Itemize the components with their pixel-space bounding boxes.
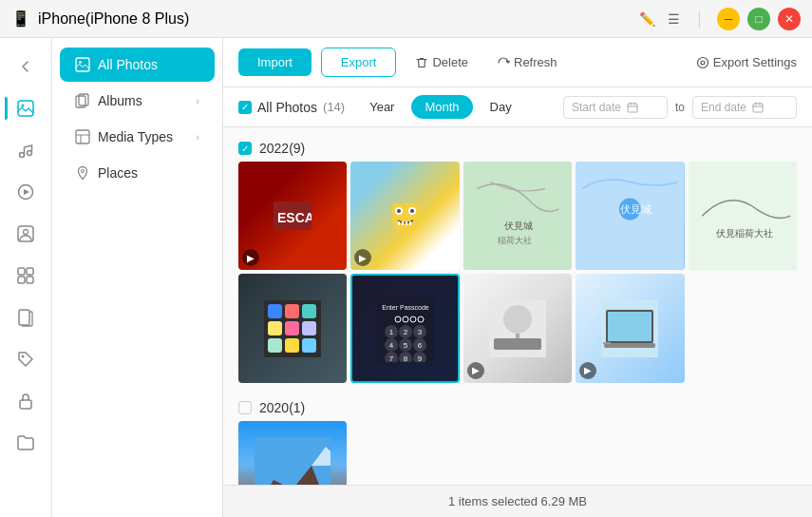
svg-rect-43 bbox=[689, 162, 797, 270]
svg-text:ESCA: ESCA bbox=[277, 210, 312, 225]
tab-year[interactable]: Year bbox=[356, 95, 407, 119]
svg-point-31 bbox=[397, 209, 401, 213]
svg-point-80 bbox=[503, 305, 532, 334]
nav-books[interactable] bbox=[7, 298, 45, 336]
svg-text:伏見稲荷大社: 伏見稲荷大社 bbox=[715, 228, 772, 239]
svg-point-1 bbox=[22, 105, 25, 107]
date-separator: to bbox=[675, 101, 685, 114]
import-button[interactable]: Import bbox=[238, 48, 312, 76]
svg-rect-15 bbox=[76, 58, 89, 71]
end-date-input[interactable]: End date bbox=[692, 96, 797, 119]
menu-icon[interactable]: ☰ bbox=[664, 10, 683, 29]
delete-label: Delete bbox=[432, 55, 468, 69]
nav-tags[interactable] bbox=[7, 340, 45, 378]
start-date-input[interactable]: Start date bbox=[563, 96, 668, 119]
year-header-2022[interactable]: ✓ 2022(9) bbox=[238, 135, 797, 162]
delete-button[interactable]: Delete bbox=[406, 49, 478, 75]
photo-screen[interactable]: ▶ bbox=[576, 274, 684, 382]
photo-map2[interactable]: 伏見城 bbox=[576, 162, 684, 270]
start-date-placeholder: Start date bbox=[572, 101, 621, 114]
export-settings-label: Export Settings bbox=[713, 55, 797, 69]
svg-rect-24 bbox=[753, 104, 763, 112]
svg-text:伏見城: 伏見城 bbox=[504, 220, 533, 231]
maximize-button[interactable]: □ bbox=[747, 8, 770, 30]
svg-point-16 bbox=[79, 61, 81, 63]
sidebar-item-places[interactable]: Places bbox=[60, 156, 215, 190]
svg-rect-86 bbox=[604, 343, 655, 348]
svg-rect-85 bbox=[608, 312, 651, 341]
photo-map3[interactable]: 伏見稲荷大社 bbox=[689, 162, 797, 270]
phone-icon: 📱 bbox=[11, 10, 30, 28]
all-photos-text: All Photos bbox=[257, 100, 317, 115]
filter-all-photos: ✓ All Photos (14) bbox=[238, 100, 345, 115]
sidebar-item-media-types[interactable]: Media Types › bbox=[60, 120, 215, 154]
svg-rect-47 bbox=[285, 304, 299, 318]
close-button[interactable]: ✕ bbox=[778, 8, 801, 30]
photo-map1-content: 伏見城稲荷大社 bbox=[463, 162, 572, 270]
photo-map1[interactable]: 伏見城稲荷大社 bbox=[463, 162, 572, 270]
nav-video[interactable] bbox=[7, 173, 45, 211]
export-button[interactable]: Export bbox=[321, 48, 397, 77]
svg-point-22 bbox=[701, 61, 705, 65]
sidebar-all-photos-label: All Photos bbox=[98, 57, 158, 72]
nav-apps[interactable] bbox=[7, 257, 45, 295]
titlebar-device-name: iPhone(iPhone 8 Plus) bbox=[38, 10, 189, 28]
photo-lamp[interactable]: ▶ bbox=[463, 274, 572, 382]
sidebar-places-label: Places bbox=[98, 165, 138, 181]
year-section-2020: 2020(1) bbox=[238, 394, 797, 485]
titlebar: 📱 iPhone(iPhone 8 Plus) ✏️ ☰ │ ─ □ ✕ bbox=[0, 0, 812, 38]
minimize-button[interactable]: ─ bbox=[717, 8, 740, 30]
all-photos-count: (14) bbox=[323, 100, 345, 114]
photo-phone-content bbox=[238, 274, 347, 382]
photo-passcode[interactable]: Enter Passcode123456789 bbox=[350, 274, 459, 382]
svg-text:伏見城: 伏見城 bbox=[620, 203, 651, 215]
photo-spongebob[interactable]: ▶ bbox=[350, 162, 459, 270]
svg-point-20 bbox=[82, 170, 85, 173]
svg-rect-8 bbox=[18, 268, 25, 275]
svg-point-3 bbox=[28, 151, 32, 156]
photo-phone-homescreen[interactable] bbox=[238, 274, 347, 382]
svg-rect-37 bbox=[463, 162, 572, 270]
end-date-placeholder: End date bbox=[701, 101, 746, 114]
tab-day[interactable]: Day bbox=[477, 95, 525, 119]
photo-passcode-content: Enter Passcode123456789 bbox=[352, 276, 457, 380]
photos-area[interactable]: ✓ 2022(9) ESCA ▶ bbox=[223, 127, 812, 485]
export-settings-button[interactable]: Export Settings bbox=[696, 55, 797, 69]
svg-rect-53 bbox=[285, 338, 299, 353]
svg-rect-50 bbox=[285, 321, 299, 335]
photo-escaf[interactable]: ESCA ▶ bbox=[238, 162, 347, 270]
nav-back[interactable] bbox=[7, 48, 45, 86]
sidebar-item-all-photos[interactable]: All Photos bbox=[60, 48, 215, 82]
pencil-icon[interactable]: ✏️ bbox=[637, 10, 656, 29]
nav-photos[interactable] bbox=[7, 89, 45, 127]
tab-month[interactable]: Month bbox=[411, 95, 472, 119]
svg-text:稲荷大社: 稲荷大社 bbox=[498, 236, 532, 245]
titlebar-left: 📱 iPhone(iPhone 8 Plus) bbox=[11, 10, 189, 28]
refresh-label: Refresh bbox=[514, 55, 557, 69]
photo-mountain[interactable] bbox=[238, 421, 347, 485]
svg-rect-36 bbox=[409, 221, 411, 225]
nav-lock[interactable] bbox=[7, 382, 45, 420]
year-2020-label: 2020(1) bbox=[259, 400, 305, 415]
year-2022-checkbox[interactable]: ✓ bbox=[238, 142, 252, 155]
refresh-button[interactable]: Refresh bbox=[487, 49, 567, 75]
nav-folder[interactable] bbox=[7, 424, 45, 462]
svg-rect-54 bbox=[302, 338, 316, 353]
svg-rect-9 bbox=[27, 268, 33, 275]
svg-rect-19 bbox=[76, 130, 89, 144]
svg-text:2: 2 bbox=[403, 328, 407, 336]
svg-text:Enter Passcode: Enter Passcode bbox=[382, 304, 429, 311]
svg-text:8: 8 bbox=[403, 354, 407, 362]
year-header-2020[interactable]: 2020(1) bbox=[238, 394, 797, 421]
main-content: Import Export Delete Refresh Export Sett… bbox=[223, 38, 812, 517]
toolbar: Import Export Delete Refresh Export Sett… bbox=[223, 38, 812, 87]
status-bar: 1 items selected 6.29 MB bbox=[223, 485, 812, 517]
svg-rect-82 bbox=[494, 338, 541, 350]
svg-rect-87 bbox=[603, 342, 611, 344]
video-overlay-icon-4: ▶ bbox=[579, 362, 596, 379]
sidebar-item-albums[interactable]: Albums › bbox=[60, 84, 215, 118]
nav-music[interactable] bbox=[7, 131, 45, 169]
all-photos-checkbox[interactable]: ✓ bbox=[238, 101, 252, 114]
nav-contacts[interactable] bbox=[7, 215, 45, 253]
year-2020-checkbox[interactable] bbox=[238, 401, 252, 414]
